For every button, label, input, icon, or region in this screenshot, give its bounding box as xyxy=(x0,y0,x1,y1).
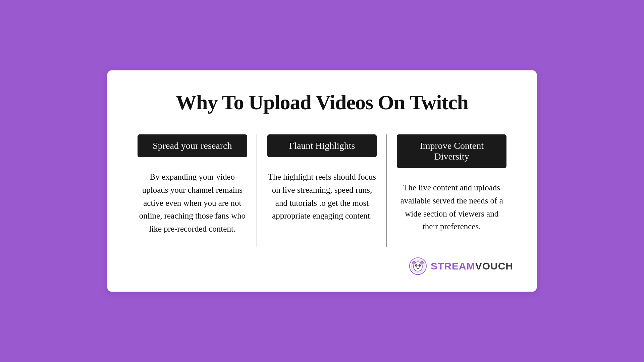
column-improve-diversity: Improve Content Diversity The live conte… xyxy=(387,134,517,247)
column-flaunt-highlights: Flaunt Highlights The highlight reels sh… xyxy=(257,134,387,247)
column-header-improve-diversity: Improve Content Diversity xyxy=(397,134,506,168)
svg-point-4 xyxy=(418,264,421,267)
svg-point-6 xyxy=(420,265,420,265)
logo-text: STREAMVOUCH xyxy=(431,260,513,272)
column-spread-research: Spread your research By expanding your v… xyxy=(127,134,257,247)
logo-area: STREAMVOUCH xyxy=(127,257,517,275)
column-header-spread-research: Spread your research xyxy=(138,134,247,157)
streamvouch-logo-icon xyxy=(409,257,427,275)
page-title: Why To Upload Videos On Twitch xyxy=(176,90,468,114)
svg-point-3 xyxy=(415,264,417,267)
column-header-flaunt-highlights: Flaunt Highlights xyxy=(267,134,377,157)
svg-point-10 xyxy=(421,262,423,264)
main-card: Why To Upload Videos On Twitch Spread yo… xyxy=(107,70,537,292)
svg-point-5 xyxy=(416,265,417,265)
logo-text-part2: VOUCH xyxy=(475,260,513,272)
svg-point-8 xyxy=(413,262,415,264)
columns-container: Spread your research By expanding your v… xyxy=(127,134,517,247)
column-body-flaunt-highlights: The highlight reels should focus on live… xyxy=(267,171,377,223)
logo-text-part1: STREAM xyxy=(431,260,475,272)
column-body-spread-research: By expanding your video uploads your cha… xyxy=(138,171,247,236)
column-body-improve-diversity: The live content and uploads available s… xyxy=(397,181,506,233)
